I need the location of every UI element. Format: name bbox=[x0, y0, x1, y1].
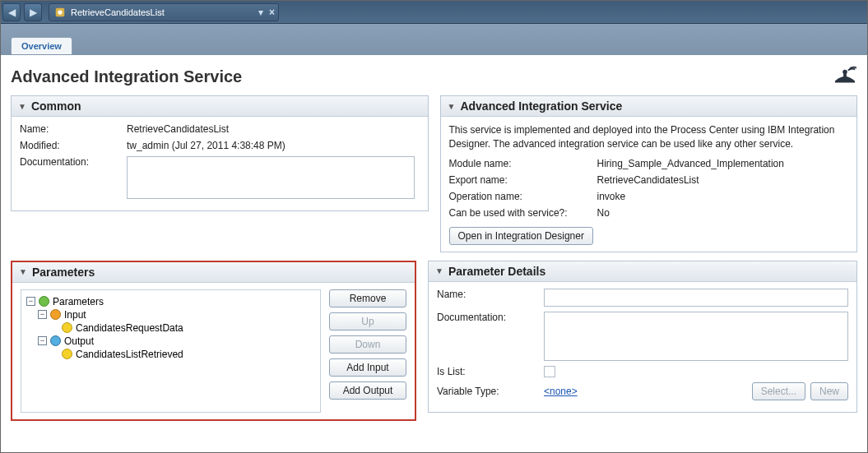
twisty-icon[interactable]: ▼ bbox=[18, 102, 26, 111]
common-name-value: RetrieveCandidatesList bbox=[127, 123, 420, 135]
section-title-ais: Advanced Integration Service bbox=[460, 99, 622, 113]
open-integration-designer-button[interactable]: Open in Integration Designer bbox=[449, 227, 593, 245]
parameters-tree[interactable]: −Parameters −Input CandidatesRequestData… bbox=[21, 289, 321, 413]
sub-tabs: Overview bbox=[11, 37, 867, 54]
common-doc-label: Documentation: bbox=[20, 156, 127, 168]
service-icon bbox=[54, 7, 66, 18]
down-button[interactable]: Down bbox=[329, 335, 406, 354]
ais-description: This service is implemented and deployed… bbox=[449, 123, 849, 151]
variable-icon bbox=[62, 322, 72, 333]
pd-islist-checkbox[interactable] bbox=[544, 366, 555, 377]
section-common: ▼Common Name:RetrieveCandidatesList Modi… bbox=[11, 95, 429, 211]
section-title-parameter-details: Parameter Details bbox=[448, 265, 545, 278]
pd-doc-textarea[interactable] bbox=[544, 312, 848, 361]
tree-output-item[interactable]: CandidatesListRetrieved bbox=[76, 349, 183, 360]
add-input-button[interactable]: Add Input bbox=[329, 358, 406, 377]
tree-output[interactable]: Output bbox=[64, 335, 94, 347]
twisty-icon[interactable]: ▼ bbox=[19, 267, 27, 276]
bell-icon[interactable] bbox=[833, 66, 857, 87]
section-title-common: Common bbox=[31, 99, 81, 113]
add-output-button[interactable]: Add Output bbox=[329, 381, 406, 400]
tree-expander[interactable]: − bbox=[38, 336, 47, 345]
common-name-label: Name: bbox=[20, 123, 127, 135]
tab-close-icon[interactable]: × bbox=[269, 7, 275, 18]
input-icon bbox=[50, 309, 61, 320]
ais-export-label: Export name: bbox=[449, 174, 597, 186]
content-area: Advanced Integration Service ▼Common Nam… bbox=[1, 54, 867, 434]
tab-dropdown-icon[interactable]: ▾ bbox=[258, 7, 263, 18]
select-type-button[interactable]: Select... bbox=[752, 382, 805, 400]
ais-operation-label: Operation name: bbox=[449, 191, 597, 202]
twisty-icon[interactable]: ▼ bbox=[435, 266, 443, 275]
nav-forward-button[interactable]: ▶ bbox=[24, 3, 42, 21]
twisty-icon[interactable]: ▼ bbox=[448, 102, 456, 111]
output-icon bbox=[50, 335, 61, 346]
pd-name-label: Name: bbox=[437, 289, 544, 300]
ais-module-label: Module name: bbox=[449, 158, 597, 169]
ais-export-value: RetrieveCandidatesList bbox=[597, 174, 849, 186]
tab-overview[interactable]: Overview bbox=[11, 37, 72, 54]
common-doc-textarea[interactable] bbox=[127, 156, 415, 199]
section-parameter-details: ▼Parameter Details Name: Documentation: … bbox=[428, 261, 857, 413]
pd-name-input[interactable] bbox=[544, 289, 848, 307]
pd-islist-label: Is List: bbox=[437, 366, 544, 377]
parameters-icon bbox=[39, 296, 49, 307]
svg-point-3 bbox=[842, 70, 847, 75]
section-title-parameters: Parameters bbox=[32, 266, 95, 279]
pd-doc-label: Documentation: bbox=[437, 312, 544, 323]
pd-vartype-label: Variable Type: bbox=[437, 386, 544, 397]
tree-input[interactable]: Input bbox=[64, 309, 86, 321]
common-modified-label: Modified: bbox=[20, 140, 127, 151]
pd-vartype-link[interactable]: <none> bbox=[544, 386, 578, 397]
remove-button[interactable]: Remove bbox=[329, 289, 406, 307]
ais-module-value: Hiring_Sample_Advanced_Implementation bbox=[597, 158, 849, 169]
tree-input-item[interactable]: CandidatesRequestData bbox=[76, 322, 183, 334]
up-button[interactable]: Up bbox=[329, 312, 406, 331]
section-parameters: ▼Parameters −Parameters −Input Candidate… bbox=[11, 261, 416, 421]
common-modified-value: tw_admin (Jul 27, 2011 4:38:48 PM) bbox=[127, 140, 420, 151]
tree-root[interactable]: Parameters bbox=[53, 296, 104, 307]
titlebar: ◀ ▶ RetrieveCandidatesList ▾ × bbox=[1, 1, 867, 24]
nav-back-button[interactable]: ◀ bbox=[2, 3, 21, 21]
variable-icon bbox=[62, 349, 72, 359]
ais-operation-value: invoke bbox=[597, 191, 849, 202]
editor-tab-title: RetrieveCandidatesList bbox=[71, 7, 165, 17]
page-title: Advanced Integration Service bbox=[11, 67, 242, 86]
tree-expander[interactable]: − bbox=[26, 297, 35, 306]
ais-canuse-value: No bbox=[597, 207, 849, 219]
ais-canuse-label: Can be used with service?: bbox=[449, 207, 597, 219]
tree-expander[interactable]: − bbox=[38, 310, 47, 319]
section-ais: ▼Advanced Integration Service This servi… bbox=[440, 95, 858, 252]
svg-point-1 bbox=[58, 10, 62, 14]
editor-tab[interactable]: RetrieveCandidatesList ▾ × bbox=[49, 3, 279, 21]
new-type-button[interactable]: New bbox=[810, 382, 848, 400]
